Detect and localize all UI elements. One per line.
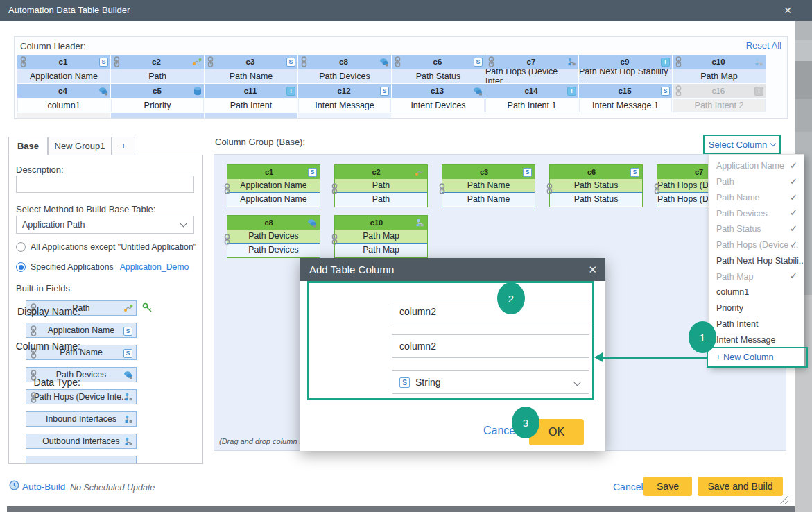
- dropdown-item-7[interactable]: Path Map✓: [709, 268, 804, 284]
- priority-type-icon: [193, 87, 202, 96]
- header-name-cell-c9[interactable]: Path Next Hop Stability ...: [579, 69, 672, 83]
- header-id-cell-c15[interactable]: c15S: [579, 84, 672, 98]
- header-name-cell-c16[interactable]: Path Intent 2: [673, 99, 766, 112]
- dropdown-item-11[interactable]: Intent Message: [709, 332, 804, 348]
- select-column-button[interactable]: Select Column: [703, 135, 781, 154]
- header-id-cell-c6[interactable]: c6S: [392, 55, 485, 69]
- column-card-c1[interactable]: c1SApplication NameApplication Name: [227, 164, 320, 207]
- column-name: Path Name: [230, 71, 273, 81]
- header-id-cell-c14[interactable]: c14I: [485, 84, 578, 98]
- dropdown-item-10[interactable]: Path Intent: [709, 316, 804, 332]
- tab-base[interactable]: Base: [8, 137, 48, 155]
- dropdown-item-9[interactable]: Priority: [709, 300, 804, 316]
- radio-circle-icon[interactable]: [16, 242, 26, 252]
- column-card-c8[interactable]: c8Path DevicesPath Devices: [227, 215, 320, 258]
- radio-all-applications[interactable]: All Applications except "Untitled Applic…: [16, 242, 196, 252]
- header-id-cell-c9[interactable]: c9I: [579, 55, 672, 69]
- dialog-title: Automation Data Table Builder: [8, 5, 130, 15]
- dropdown-item-3[interactable]: Path Devices✓: [709, 205, 804, 221]
- card-display-name: Path Map: [335, 230, 427, 244]
- dropdown-item-8[interactable]: column1: [709, 284, 804, 300]
- save-button[interactable]: Save: [643, 477, 692, 496]
- dialog-close-icon[interactable]: ✕: [781, 0, 795, 21]
- column-id: c6: [401, 58, 474, 66]
- header-name-cell-c15[interactable]: Intent Message 1: [579, 99, 672, 112]
- header-name-cell-c11[interactable]: Path Intent: [205, 99, 297, 112]
- header-id-cell-c1[interactable]: c1S: [17, 55, 110, 69]
- builtin-field-clipped[interactable]: [26, 456, 137, 464]
- resize-handle[interactable]: [779, 495, 788, 504]
- dropdown-item-0[interactable]: Application Name✓: [709, 158, 804, 174]
- dropdown-item-5[interactable]: Path Hops (Device ...✓: [709, 237, 804, 253]
- application-demo-link[interactable]: Application_Demo: [120, 262, 189, 272]
- dropdown-item-label: Path: [716, 177, 734, 187]
- header-id-cell-c8[interactable]: c8: [298, 55, 391, 69]
- tab-new-group1[interactable]: New Group1: [48, 137, 112, 155]
- schedule-status: No Scheduled Update: [70, 483, 155, 493]
- header-id-cell-c3[interactable]: c3S: [205, 55, 297, 69]
- checkmark-icon: ✓: [790, 176, 797, 187]
- header-name-cell-c4[interactable]: column1: [17, 99, 110, 112]
- header-name-cell-c8[interactable]: Path Devices: [298, 69, 391, 83]
- column-card-c2[interactable]: c2PathPath: [334, 164, 428, 207]
- checkmark-icon: ✓: [790, 271, 797, 281]
- column-name-input[interactable]: [392, 334, 589, 358]
- header-name-cell-c2[interactable]: Path: [111, 69, 204, 83]
- header-row-partial: [17, 113, 766, 118]
- modal-titlebar: Add Table Column ✕: [300, 258, 605, 281]
- column-id: c11: [214, 87, 286, 95]
- header-id-cell-c16[interactable]: c16I: [673, 84, 766, 98]
- method-select[interactable]: Application Path: [16, 216, 194, 234]
- data-type-select[interactable]: S String: [392, 370, 589, 394]
- dropdown-item-1[interactable]: Path✓: [709, 174, 804, 190]
- header-name-cell-c13[interactable]: Intent Devices: [392, 99, 485, 112]
- tab-add-group[interactable]: +: [112, 137, 135, 155]
- header-name-cell-c12[interactable]: Intent Message: [298, 99, 391, 112]
- description-input[interactable]: [16, 176, 194, 193]
- dropdown-item-2[interactable]: Path Name✓: [709, 190, 804, 206]
- display-name-input[interactable]: [392, 300, 589, 323]
- column-header-table: c1Sc2c3Sc8c6Sc7c9Ic10 Application NamePa…: [17, 55, 766, 118]
- card-header: c3S: [442, 165, 535, 179]
- modal-close-icon[interactable]: ✕: [588, 258, 597, 281]
- header-name-cell-c7[interactable]: Path Hops (Device Inter...: [485, 69, 578, 83]
- column-card-c10[interactable]: c10Path MapPath Map: [334, 215, 428, 258]
- header-name-cell-c14[interactable]: Path Intent 1: [485, 99, 578, 112]
- header-id-cell-c10[interactable]: c10: [673, 55, 766, 69]
- header-id-cell-c11[interactable]: c11I: [205, 84, 297, 98]
- header-id-cell-c7[interactable]: c7: [485, 55, 578, 69]
- column-id: c10: [682, 58, 754, 66]
- header-id-cell-c2[interactable]: c2: [111, 55, 204, 69]
- dropdown-item-6[interactable]: Path Next Hop Stabili...: [709, 253, 804, 269]
- new-column-menu-item[interactable]: + New Column: [708, 348, 804, 367]
- column-card-c6[interactable]: c6SPath StatusPath Status: [549, 164, 643, 207]
- save-and-build-button[interactable]: Save and Build: [698, 477, 783, 496]
- card-display-name: Path Devices: [227, 230, 320, 244]
- map-type-icon: [754, 58, 763, 67]
- header-name-cell-c10[interactable]: Path Map: [673, 69, 766, 83]
- column-name: Path Map: [700, 71, 738, 81]
- builtin-field-5[interactable]: Inbound Interfaces: [26, 411, 137, 427]
- header-id-cell-c13[interactable]: c13: [392, 84, 485, 98]
- header-id-cell-c12[interactable]: c12S: [298, 84, 391, 98]
- header-id-cell-c4[interactable]: c4: [17, 84, 110, 98]
- chain-link-icon: [331, 234, 338, 245]
- header-id-cell-c5[interactable]: c5: [111, 84, 204, 98]
- radio-specified-applications[interactable]: Specified Applications Application_Demo: [16, 262, 189, 272]
- dropdown-item-label: Path Name: [716, 193, 760, 203]
- header-row-ids-1: c1Sc2c3Sc8c6Sc7c9Ic10: [17, 55, 766, 69]
- header-name-cell-c5[interactable]: Priority: [111, 99, 204, 112]
- column-header-label: Column Header:: [20, 41, 86, 51]
- header-name-cell-c1[interactable]: Application Name: [17, 69, 110, 83]
- string-type-icon: S: [308, 168, 317, 177]
- footer-cancel-link[interactable]: Cancel: [613, 481, 643, 493]
- header-name-cell-c3[interactable]: Path Name: [205, 69, 297, 83]
- radio-selected-icon[interactable]: [16, 262, 26, 272]
- dropdown-item-4[interactable]: Path Status✓: [709, 221, 804, 237]
- builtin-field-6[interactable]: Outbound Interfaces: [26, 434, 137, 449]
- column-id: c4: [27, 87, 98, 95]
- auto-build-link[interactable]: Auto-Build: [22, 481, 65, 492]
- header-name-cell-c6[interactable]: Path Status: [392, 69, 485, 83]
- column-card-c3[interactable]: c3SPath NamePath Name: [442, 164, 535, 207]
- reset-all-link[interactable]: Reset All: [746, 40, 781, 51]
